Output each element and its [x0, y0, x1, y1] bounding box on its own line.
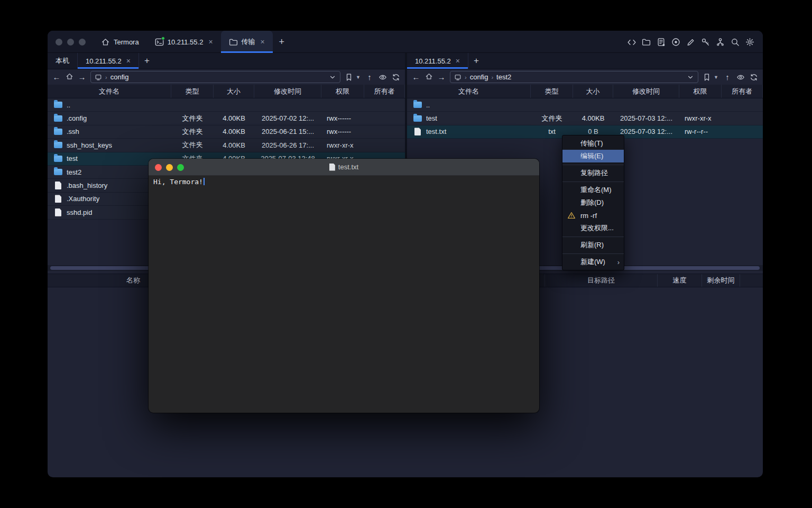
tab-label: Termora: [114, 38, 139, 46]
editor-text: Hi, Termora!: [153, 178, 203, 186]
bookmark-dropdown-caret[interactable]: ▼: [356, 75, 361, 80]
file-row[interactable]: .config 文件夹 4.00KB 2025-07-02 12:... rwx…: [48, 112, 405, 125]
menu-item-delete[interactable]: 删除(D): [562, 196, 624, 209]
column-header-owner[interactable]: 所有者: [722, 85, 763, 98]
bookmark-icon[interactable]: [345, 73, 353, 81]
back-button[interactable]: ←: [412, 73, 420, 81]
column-header-perm[interactable]: 权限: [321, 85, 364, 98]
home-button[interactable]: [425, 72, 433, 81]
tab-transfer[interactable]: 传输 ×: [221, 31, 273, 53]
column-header-name[interactable]: 文件名: [48, 85, 171, 98]
close-tab-icon[interactable]: ×: [456, 57, 460, 65]
refresh-icon[interactable]: [750, 73, 758, 81]
left-pane-actions: ▼ ↑: [345, 73, 400, 81]
refresh-icon[interactable]: [392, 73, 400, 81]
home-button[interactable]: [65, 72, 73, 81]
menu-item-transfer[interactable]: 传输(T): [562, 137, 624, 150]
breadcrumb-segment[interactable]: config: [110, 73, 129, 81]
folder-icon[interactable]: [642, 38, 651, 47]
editor-window-controls[interactable]: [155, 164, 184, 171]
transfer-column-target-path[interactable]: 目标路径: [545, 274, 657, 287]
menu-item-edit[interactable]: 编辑(E): [562, 150, 624, 162]
settings-gear-icon[interactable]: [745, 38, 754, 47]
tab-left-remote[interactable]: 10.211.55.2 ×: [78, 53, 139, 69]
column-header-mtime[interactable]: 修改时间: [613, 85, 679, 98]
tab-termora-home[interactable]: Termora: [93, 31, 147, 53]
close-button[interactable]: [155, 164, 162, 171]
new-pane-tab-button[interactable]: +: [139, 53, 155, 69]
show-hidden-eye-icon[interactable]: [379, 73, 387, 81]
file-owner: [364, 112, 405, 124]
minimize-button[interactable]: [166, 164, 173, 171]
file-row[interactable]: test 文件夹 4.00KB 2025-07-03 12:... rwxr-x…: [407, 112, 763, 125]
breadcrumb-segment[interactable]: config: [470, 73, 488, 81]
zoom-button[interactable]: [177, 164, 184, 171]
close-tab-icon[interactable]: ×: [261, 38, 265, 46]
code-icon[interactable]: [627, 38, 636, 47]
file-name: .config: [67, 114, 87, 122]
edit-icon[interactable]: [686, 38, 695, 47]
close-tab-icon[interactable]: ×: [208, 38, 213, 46]
menu-item-copy-path[interactable]: 复制路径: [562, 167, 624, 179]
upload-button[interactable]: ↑: [365, 73, 374, 81]
tab-right-remote[interactable]: 10.211.55.2 ×: [407, 53, 468, 69]
forward-button[interactable]: →: [78, 73, 86, 81]
path-breadcrumb[interactable]: › config: [90, 71, 340, 83]
file-size: 4.00KB: [573, 112, 613, 124]
column-header-name[interactable]: 文件名: [407, 85, 531, 98]
new-app-tab-button[interactable]: +: [273, 31, 291, 53]
bookmark-icon[interactable]: [703, 73, 711, 81]
document-icon: [329, 164, 335, 171]
file-row[interactable]: ssh_host_keys 文件夹 4.00KB 2025-06-26 17:.…: [48, 139, 405, 152]
file-table-header: 文件名 类型 大小 修改时间 权限 所有者: [407, 85, 763, 98]
file-mtime: 2025-07-02 12:...: [254, 112, 321, 124]
column-header-size[interactable]: 大小: [214, 85, 254, 98]
menu-item-new[interactable]: 新建(W) ›: [562, 256, 624, 268]
record-icon[interactable]: [671, 38, 680, 47]
show-hidden-eye-icon[interactable]: [736, 73, 745, 81]
chevron-down-icon[interactable]: [329, 74, 336, 81]
menu-item-rename[interactable]: 重命名(M): [562, 184, 624, 196]
menu-item-label: 新建(W): [580, 257, 605, 267]
file-row[interactable]: .ssh 文件夹 4.00KB 2025-06-21 15:... rwx---…: [48, 125, 405, 139]
menu-item-refresh[interactable]: 刷新(R): [562, 239, 624, 251]
close-tab-icon[interactable]: ×: [126, 57, 131, 65]
menu-item-rm-rf[interactable]: rm -rf: [562, 209, 624, 222]
tab-ssh-session[interactable]: 10.211.55.2 ×: [147, 31, 221, 53]
transfer-column-eta[interactable]: 剩余时间: [702, 274, 740, 287]
column-header-perm[interactable]: 权限: [679, 85, 722, 98]
close-window-button[interactable]: [56, 39, 62, 46]
new-pane-tab-button[interactable]: +: [468, 53, 484, 69]
zoom-window-button[interactable]: [79, 39, 86, 46]
transfer-column-speed[interactable]: 速度: [657, 274, 702, 287]
file-size: [214, 98, 254, 111]
file-row-up[interactable]: ..: [407, 98, 763, 112]
file-row-up[interactable]: ..: [48, 98, 405, 112]
chevron-down-icon[interactable]: [687, 74, 694, 81]
breadcrumb-segment[interactable]: test2: [496, 73, 511, 81]
keychain-icon[interactable]: [716, 38, 725, 47]
forward-button[interactable]: →: [437, 73, 446, 81]
search-icon[interactable]: [731, 38, 740, 47]
editor-content[interactable]: Hi, Termora!: [149, 176, 539, 188]
back-button[interactable]: ←: [52, 73, 61, 81]
file-size: 4.00KB: [214, 125, 254, 138]
window-controls[interactable]: [56, 39, 86, 46]
path-breadcrumb[interactable]: › config › test2: [450, 71, 698, 83]
bookmark-dropdown-caret[interactable]: ▼: [714, 75, 718, 80]
editor-titlebar[interactable]: test.txt: [149, 159, 539, 176]
minimize-window-button[interactable]: [67, 39, 74, 46]
column-header-type[interactable]: 类型: [531, 85, 573, 98]
tab-local[interactable]: 本机: [48, 53, 78, 69]
column-header-owner[interactable]: 所有者: [364, 85, 405, 98]
column-header-size[interactable]: 大小: [573, 85, 613, 98]
log-icon[interactable]: [657, 38, 666, 47]
column-header-mtime[interactable]: 修改时间: [254, 85, 321, 98]
key-icon[interactable]: [701, 38, 710, 47]
menu-item-label: rm -rf: [580, 212, 597, 220]
menu-separator: [562, 162, 624, 167]
column-header-type[interactable]: 类型: [171, 85, 214, 98]
upload-button[interactable]: ↑: [723, 73, 732, 81]
menu-item-change-permissions[interactable]: 更改权限...: [562, 222, 624, 234]
file-perm: rw-r--r--: [679, 125, 722, 138]
